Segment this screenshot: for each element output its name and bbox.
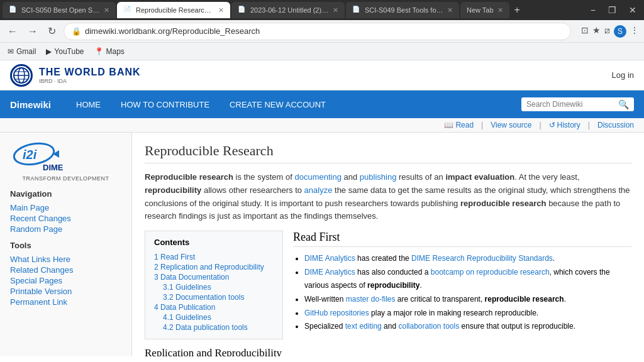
list-item: GitHub repositories play a major role in… — [304, 307, 631, 321]
toc-box: Contents 1 Read First 2 Replication and … — [145, 231, 283, 339]
tab-1-close[interactable]: ✕ — [104, 6, 109, 14]
back-button[interactable]: ← — [5, 23, 20, 40]
cast-icon[interactable]: ⊡ — [581, 25, 589, 38]
text-editing-link[interactable]: text editing — [345, 322, 382, 331]
tools-section-label: Tools — [10, 241, 121, 250]
collaboration-tools-link[interactable]: collaboration tools — [398, 322, 459, 331]
forward-button[interactable]: → — [25, 23, 40, 40]
toc-item-4[interactable]: 4 Data Publication — [154, 302, 274, 312]
toc-item-4-2[interactable]: 4.2 Data publication tools — [154, 322, 274, 332]
tab-4-title: SCI-S049 Best Tools for Trac... — [365, 6, 443, 14]
search-input[interactable] — [526, 100, 614, 109]
github-link[interactable]: GitHub repositories — [304, 309, 369, 317]
master-do-files-link[interactable]: master do-files — [346, 295, 396, 304]
bookmark-icon[interactable]: ★ — [592, 25, 601, 38]
address-bar[interactable]: 🔒 dimewiki.worldbank.org/Reproducible_Re… — [64, 23, 571, 40]
nav-bar: Dimewiki HOME HOW TO CONTRIBUTE CREATE N… — [0, 90, 644, 118]
nav-brand[interactable]: Dimewiki — [10, 99, 51, 110]
sub-nav: 📖 Read | View source | ↺ History | Discu… — [0, 118, 644, 133]
worldbank-logo-text: THE WORLD BANK IBRD · IDA — [39, 67, 141, 84]
menu-icon[interactable]: ⋮ — [630, 25, 639, 38]
svg-text:DIME: DIME — [43, 163, 64, 172]
toc-item-3-2[interactable]: 3.2 Documentation tools — [154, 292, 274, 302]
toc-item-2[interactable]: 2 Replication and Reproducibility — [154, 262, 274, 272]
sidebar-related-changes[interactable]: Related Changes — [10, 265, 121, 275]
login-link[interactable]: Log in — [612, 70, 634, 80]
subnav-sep-3: | — [588, 121, 590, 129]
nav-search-box[interactable]: 🔍 — [521, 97, 634, 111]
sidebar-permanent-link[interactable]: Permanent Link — [10, 297, 121, 307]
subnav-history[interactable]: ↺ History — [549, 121, 580, 129]
publishing-link[interactable]: publishing — [360, 172, 397, 182]
sidebar-what-links[interactable]: What Links Here — [10, 254, 121, 265]
bookmark-maps[interactable]: 📍 Maps — [94, 47, 125, 56]
url-text: dimewiki.worldbank.org/Reproducible_Rese… — [85, 26, 563, 36]
search-button[interactable]: 🔍 — [618, 99, 629, 109]
subnav-sep-2: | — [539, 121, 541, 129]
toc-item-1[interactable]: 1 Read First — [154, 252, 274, 262]
read-first-list: DIME Analytics has created the DIME Rese… — [293, 252, 631, 334]
close-window-button[interactable]: ✕ — [624, 5, 641, 15]
worldbank-logo[interactable]: THE WORLD BANK IBRD · IDA — [10, 64, 141, 87]
read-icon: 📖 — [444, 121, 453, 129]
tab-3-title: 2023-06-12 Untitled (2) - Co... — [250, 6, 329, 14]
tab-5-close[interactable]: ✕ — [497, 6, 503, 14]
restore-button[interactable]: ❐ — [603, 5, 621, 15]
bookmark-gmail-label: Gmail — [16, 47, 36, 56]
subnav-viewsource[interactable]: View source — [491, 121, 531, 129]
sidebar-special-pages[interactable]: Special Pages — [10, 275, 121, 286]
bookmark-maps-label: Maps — [106, 47, 125, 56]
sidebar-random-page[interactable]: Random Page — [10, 224, 121, 234]
subnav-sep-1: | — [481, 121, 483, 129]
tab-3[interactable]: 📄 2023-06-12 Untitled (2) - Co... ✕ — [231, 2, 345, 18]
gmail-icon: ✉ — [8, 47, 14, 56]
repro-research-bold2: reproducible research — [460, 199, 547, 208]
nav-create-account[interactable]: CREATE NEW ACCOUNT — [230, 100, 326, 109]
tab-1[interactable]: 📄 SCI-S050 Best Open Science... ✕ — [3, 2, 116, 18]
tab-4-close[interactable]: ✕ — [447, 6, 453, 14]
sidebar-printable[interactable]: Printable Version — [10, 286, 121, 297]
minimize-button[interactable]: − — [586, 5, 601, 15]
globe-icon — [13, 67, 30, 84]
toc-title: Contents — [154, 238, 274, 247]
repro-research-bold3: reproducible research — [485, 295, 564, 304]
documenting-link[interactable]: documenting — [294, 172, 341, 182]
subnav-read[interactable]: 📖 Read — [444, 121, 474, 129]
tab-2[interactable]: 📄 Reproducible Research - Di... ✕ — [117, 2, 230, 18]
subnav-discussion[interactable]: Discussion — [597, 121, 634, 129]
svg-text:i2i: i2i — [23, 148, 37, 162]
nav-section-label: Navigation — [10, 189, 121, 199]
bootcamp-link[interactable]: bootcamp on reproducible research — [431, 268, 550, 277]
toc-item-3-1[interactable]: 3.1 Guidelines — [154, 282, 274, 292]
lock-icon: 🔒 — [72, 27, 81, 36]
sidebar-main-page[interactable]: Main Page — [10, 202, 121, 213]
dime-analytics-link-2[interactable]: DIME Analytics — [304, 268, 355, 277]
extension-icon[interactable]: ⧄ — [604, 25, 610, 38]
page-content: Reproducible Research Reproducible resea… — [132, 133, 644, 356]
tab-5[interactable]: New Tab ✕ — [460, 2, 509, 18]
tab-3-close[interactable]: ✕ — [333, 6, 338, 14]
toc-item-3[interactable]: 3 Data Documentation — [154, 272, 274, 282]
bookmark-gmail[interactable]: ✉ Gmail — [8, 47, 36, 56]
sidebar-recent-changes[interactable]: Recent Changes — [10, 213, 121, 224]
tab-5-title: New Tab — [467, 6, 494, 14]
tab-2-close[interactable]: ✕ — [218, 6, 224, 14]
nav-home[interactable]: HOME — [76, 100, 101, 109]
refresh-button[interactable]: ↻ — [45, 23, 58, 40]
bookmark-youtube-label: YouTube — [54, 47, 84, 56]
read-first-section: Read First DIME Analytics has created th… — [293, 231, 631, 339]
nav-contribute[interactable]: HOW TO CONTRIBUTE — [121, 100, 209, 109]
profile-icon[interactable]: S — [614, 25, 626, 38]
history-icon: ↺ — [549, 121, 555, 129]
youtube-icon: ▶ — [46, 47, 52, 56]
replication-section-title: Replication and Reproducibility — [145, 347, 631, 356]
dime-standards-link[interactable]: DIME Research Reproducibility Standards — [411, 254, 553, 263]
bookmark-youtube[interactable]: ▶ YouTube — [46, 47, 84, 56]
toc-item-4-1[interactable]: 4.1 Guidelines — [154, 312, 274, 322]
tab-4[interactable]: 📄 SCI-S049 Best Tools for Trac... ✕ — [346, 2, 459, 18]
analyze-link[interactable]: analyze — [304, 185, 333, 195]
sidebar: i2i DIME TRANSFORM DEVELOPMENT Navigatio… — [0, 133, 132, 356]
dime-analytics-link-1[interactable]: DIME Analytics — [304, 254, 355, 263]
new-tab-button[interactable]: + — [511, 4, 524, 16]
toc-readfirst-container: Contents 1 Read First 2 Replication and … — [145, 231, 631, 339]
